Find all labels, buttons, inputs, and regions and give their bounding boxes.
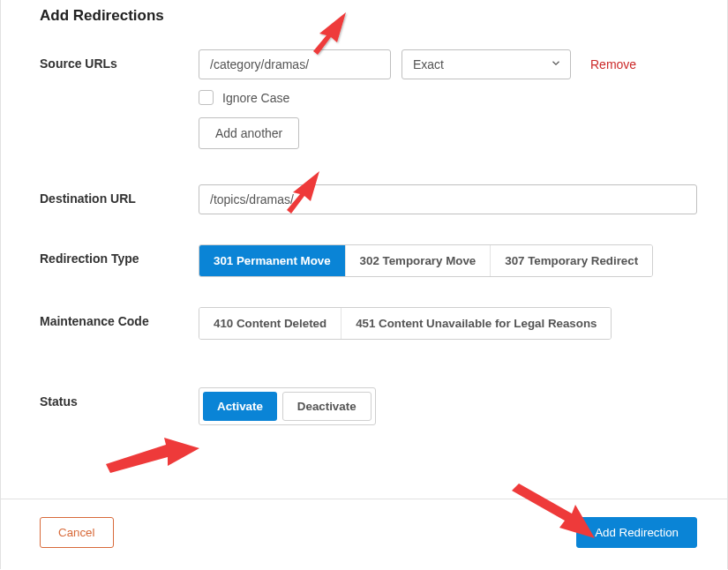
ignore-case-label: Ignore Case [222, 91, 289, 105]
source-url-input[interactable] [199, 49, 391, 79]
activate-button[interactable]: Activate [203, 392, 277, 421]
add-redirection-button[interactable]: Add Redirection [576, 517, 697, 548]
maintenance-410-button[interactable]: 410 Content Deleted [199, 308, 341, 339]
match-type-select[interactable]: Exact [402, 49, 571, 79]
source-label: Source URLs [40, 49, 199, 149]
cancel-button[interactable]: Cancel [40, 517, 114, 548]
deactivate-button[interactable]: Deactivate [282, 392, 372, 421]
ignore-case-checkbox[interactable] [199, 90, 214, 105]
page-title: Add Redirections [40, 7, 697, 25]
redirection-type-group: 301 Permanent Move 302 Temporary Move 30… [199, 244, 653, 277]
status-group: Activate Deactivate [199, 387, 376, 425]
redirection-type-label: Redirection Type [40, 244, 199, 277]
add-another-button[interactable]: Add another [199, 117, 299, 149]
redirect-301-button[interactable]: 301 Permanent Move [199, 245, 346, 276]
maintenance-label: Maintenance Code [40, 307, 199, 340]
maintenance-group: 410 Content Deleted 451 Content Unavaila… [199, 307, 612, 340]
remove-link[interactable]: Remove [590, 57, 636, 71]
destination-label: Destination URL [40, 184, 199, 214]
destination-url-input[interactable] [199, 184, 697, 214]
redirect-302-button[interactable]: 302 Temporary Move [346, 245, 492, 276]
redirect-307-button[interactable]: 307 Temporary Redirect [491, 245, 652, 276]
status-label: Status [40, 387, 199, 425]
maintenance-451-button[interactable]: 451 Content Unavailable for Legal Reason… [341, 308, 611, 339]
